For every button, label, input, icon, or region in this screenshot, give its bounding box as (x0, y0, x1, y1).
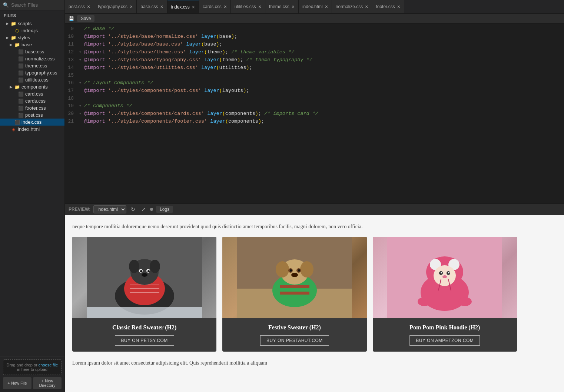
folder-icon-scripts: 📁 (10, 21, 16, 26)
sidebar-item-normalize-css[interactable]: ⬛ normalize.css (0, 55, 64, 62)
svg-point-8 (150, 260, 160, 273)
sidebar-item-label: base (21, 42, 32, 47)
close-tab-base-css[interactable]: × (160, 4, 163, 9)
new-directory-button[interactable]: + New Directory (33, 377, 62, 389)
sidebar-item-footer-css[interactable]: ⬛ footer.css (0, 104, 64, 112)
search-icon: 🔍 (3, 2, 9, 8)
card-2-buy-button[interactable]: BUY ON PESTAHUT.COM (260, 335, 329, 346)
preview-file-select[interactable]: index.html (93, 205, 126, 213)
close-tab-cards-css[interactable]: × (224, 4, 227, 9)
css-icon: ⬛ (18, 63, 24, 69)
tab-label: utilities.css (235, 4, 256, 9)
tab-typography-css[interactable]: typography.css × (94, 0, 137, 13)
preview-status-dot (150, 208, 153, 211)
search-bar: 🔍 (0, 0, 64, 10)
logs-button[interactable]: Logs (156, 206, 173, 213)
card-image-1 (72, 237, 216, 318)
search-input[interactable] (11, 2, 62, 8)
close-tab-post-css[interactable]: × (87, 4, 90, 9)
tab-label: typography.css (98, 4, 127, 9)
files-header: Files (0, 10, 64, 19)
save-button[interactable]: Save (77, 15, 94, 22)
close-tab-index-css[interactable]: × (192, 4, 195, 10)
sidebar-item-label: card.css (25, 91, 43, 97)
tab-label: theme.css (269, 4, 289, 9)
upload-area: Drag and drop or choose file in here to … (3, 359, 62, 375)
close-tab-index-html[interactable]: × (325, 4, 328, 9)
css-icon: ⬛ (18, 70, 24, 76)
folder-arrow-scripts: ▶ (6, 21, 10, 26)
svg-point-36 (441, 272, 442, 273)
tab-index-html[interactable]: index.html × (299, 0, 332, 13)
card-2-title: Festive Sweater (H2) (228, 324, 361, 331)
close-tab-footer-css[interactable]: × (397, 4, 400, 9)
sidebar-item-cards-css[interactable]: ⬛ cards.css (0, 97, 64, 104)
sidebar-item-card-css[interactable]: ⬛ card.css (0, 90, 64, 97)
svg-point-27 (291, 273, 298, 277)
sidebar-item-label: footer.css (25, 105, 46, 111)
css-icon: ⬛ (18, 49, 24, 54)
tab-label: index.html (302, 4, 323, 9)
card-1-title: Classic Red Sweater (H2) (78, 324, 210, 331)
close-tab-theme-css[interactable]: × (292, 4, 295, 9)
preview-bar: PREVIEW: index.html ↻ ⤢ Logs (65, 203, 564, 215)
tab-footer-css[interactable]: footer.css × (372, 0, 404, 13)
folder-arrow-components: ▶ (10, 85, 14, 89)
card-2-body: Festive Sweater (H2) BUY ON PESTAHUT.COM (222, 318, 366, 352)
card-3: Pom Pom Pink Hoodie (H2) BUY ON AMPETZON… (373, 237, 517, 352)
tab-utilities-css[interactable]: utilities.css × (231, 0, 265, 13)
new-file-button[interactable]: + New File (3, 377, 31, 389)
card-3-title: Pom Pom Pink Hoodie (H2) (379, 324, 511, 331)
js-icon: ⬡ (14, 28, 20, 33)
code-line-15: 15 (65, 72, 564, 79)
tab-label: index.css (171, 4, 190, 10)
file-tree: ▶ 📁 scripts ⬡ index.js ▶ 📁 styles ▶ 📁 ba… (0, 19, 64, 356)
card-1-buy-button[interactable]: BUY ON PETSY.COM (115, 335, 174, 346)
close-tab-typography-css[interactable]: × (130, 4, 133, 9)
code-editor[interactable]: 9 /* Base */ 10 @import '../styles/base/… (65, 24, 564, 203)
tab-theme-css[interactable]: theme.css × (265, 0, 299, 13)
sidebar-item-base-css[interactable]: ⬛ base.css (0, 48, 64, 55)
tab-base-css[interactable]: base.css × (137, 0, 167, 13)
sidebar-item-post-css[interactable]: ⬛ post.css (0, 112, 64, 119)
sidebar-item-index-js[interactable]: ⬡ index.js (0, 27, 64, 34)
tab-normalize-css[interactable]: normalize.css × (332, 0, 372, 13)
sidebar-actions: + New File + New Directory (3, 377, 62, 389)
svg-point-13 (142, 273, 147, 277)
preview-label: PREVIEW: (69, 207, 90, 212)
card-image-2 (222, 237, 366, 318)
sidebar-item-base[interactable]: ▶ 📁 base (0, 41, 64, 48)
tab-label: cards.css (203, 4, 222, 9)
card-3-buy-button[interactable]: BUY ON AMPETZON.COM (409, 335, 480, 346)
open-external-button[interactable]: ⤢ (140, 206, 147, 212)
code-line-17: 17 @import '../styles/components/post.cs… (65, 87, 564, 95)
close-tab-utilities-css[interactable]: × (258, 4, 261, 9)
sidebar-item-theme-css[interactable]: ⬛ theme.css (0, 62, 64, 69)
tab-cards-css[interactable]: cards.css × (199, 0, 231, 13)
sidebar-item-label: cards.css (25, 98, 46, 104)
sidebar-item-label: index.html (18, 126, 40, 132)
sidebar-item-scripts[interactable]: ▶ 📁 scripts (0, 20, 64, 27)
sidebar-item-typography-css[interactable]: ⬛ typography.css (0, 69, 64, 76)
upload-text1: Drag and drop or (7, 363, 37, 367)
sidebar-item-label: index.js (21, 28, 38, 33)
close-tab-normalize-css[interactable]: × (365, 4, 368, 9)
folder-icon-styles: 📁 (10, 35, 16, 40)
code-line-13: 13 ▾ @import '../styles/base/typography.… (65, 56, 564, 64)
code-line-20: 20 ▾ @import '../styles/components/cards… (65, 110, 564, 118)
sidebar-item-styles[interactable]: ▶ 📁 styles (0, 34, 64, 41)
tab-label: base.css (140, 4, 158, 9)
code-line-16: 16 ▾ /* Layout Components */ (65, 79, 564, 87)
svg-point-22 (300, 261, 313, 278)
preview-text-top: neque tempore mollitia doloremque nemo d… (72, 223, 517, 231)
sidebar-item-components[interactable]: ▶ 📁 components (0, 83, 64, 90)
css-icon: ⬛ (18, 99, 24, 104)
tab-post-css[interactable]: post.css × (65, 0, 94, 13)
sidebar-item-index-css[interactable]: ⬛ index.css (0, 119, 64, 126)
refresh-preview-button[interactable]: ↻ (129, 206, 137, 212)
card-3-body: Pom Pom Pink Hoodie (H2) BUY ON AMPETZON… (373, 318, 517, 352)
upload-link[interactable]: choose file (39, 363, 58, 367)
tab-index-css[interactable]: index.css × (167, 0, 199, 13)
sidebar-item-utilities-css[interactable]: ⬛ utilities.css (0, 76, 64, 83)
sidebar-item-index-html[interactable]: ◈ index.html (0, 126, 64, 133)
